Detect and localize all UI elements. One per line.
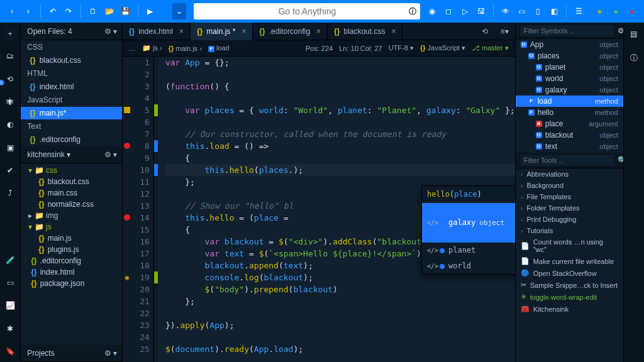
symbol-item[interactable]: Otextobject	[516, 141, 623, 152]
tree-file[interactable]: {} package.json	[21, 278, 122, 289]
nav-back-button[interactable]: ‹	[5, 3, 19, 19]
tree-file[interactable]: {} normalize.css	[21, 199, 122, 210]
open-files-gear-icon[interactable]: ⚙ ▾	[104, 27, 117, 36]
save-macro-button[interactable]: 🖫	[474, 3, 488, 19]
tree-file[interactable]: {} .editorconfig	[21, 255, 122, 266]
breadcrumb-up[interactable]: …	[129, 45, 136, 52]
symbols-filter-input[interactable]	[519, 25, 615, 37]
goto-anything-field[interactable]	[194, 6, 420, 16]
share-panel-icon[interactable]: ⤴	[3, 186, 18, 200]
chart-icon[interactable]: 📈	[3, 299, 18, 312]
tool-item[interactable]: 🧰Kitchensink	[516, 303, 623, 315]
terminal-icon[interactable]: ▭	[3, 276, 18, 290]
editor-tab[interactable]: {}.editorconfig×	[253, 23, 328, 40]
tree-folder[interactable]: ▾ 📁 js	[21, 221, 122, 233]
breadcrumb-symbol[interactable]: F load	[208, 44, 230, 52]
autocomplete-item[interactable]: </> worldobject	[422, 258, 515, 274]
editor-tab[interactable]: {}main.js *×	[191, 23, 253, 40]
autocomplete-item[interactable]: </> planetobject	[422, 243, 515, 258]
project-gear-icon[interactable]: ⚙ ▾	[104, 150, 117, 159]
symbol-item[interactable]: Oplacesobject	[516, 50, 623, 62]
symbol-item[interactable]: OAppobject	[516, 39, 623, 50]
tool-category[interactable]: ›Print Debugging	[516, 214, 623, 225]
symbol-item[interactable]: Oplanetobject	[516, 62, 623, 73]
notification-panel-icon[interactable]: ◐	[3, 118, 18, 131]
info-icon[interactable]: ⓘ	[409, 6, 416, 17]
places-panel-icon[interactable]: 🗂	[3, 49, 18, 63]
breadcrumb-file[interactable]: {} main.js ›	[169, 45, 202, 52]
close-icon[interactable]: ×	[242, 27, 246, 36]
tree-file[interactable]: {} plugins.js	[21, 244, 122, 255]
tool-item[interactable]: ✂Sample Snippe…ck to Insert	[516, 279, 623, 291]
tool-category[interactable]: ›File Templates	[516, 191, 623, 202]
autocomplete-item[interactable]: </> galaxyobjectsource: buffer, line: 5p…	[422, 203, 515, 243]
outline-panel-icon[interactable]: ▣	[3, 141, 18, 155]
show-right-pane-button[interactable]: ▯	[531, 3, 545, 19]
branch-selector[interactable]: ⎇ master ▾	[472, 44, 509, 52]
tree-file[interactable]: {} index.html	[21, 266, 122, 278]
minimap-toggle-icon[interactable]: ▤	[626, 26, 641, 41]
editor-tab[interactable]: {}blackout.css×	[328, 23, 402, 40]
symbol-item[interactable]: Aplaceargument	[516, 118, 623, 129]
debug-panel-icon[interactable]: 🕷	[3, 95, 18, 109]
tab-history-button[interactable]: ⟲	[475, 23, 494, 40]
tool-item[interactable]: 📄Make current file writeable	[516, 255, 623, 267]
symbol-item[interactable]: Floadmethod	[516, 96, 623, 107]
goto-anything-input[interactable]: ⓘ	[194, 3, 420, 19]
redo-button[interactable]: ↷	[62, 3, 76, 19]
marker-gutter[interactable]: ✱	[123, 57, 131, 362]
projects-footer[interactable]: Projects	[27, 349, 54, 358]
stop-macro-button[interactable]: ◻	[441, 3, 455, 19]
record-macro-button[interactable]: ◉	[425, 3, 439, 19]
undo-button[interactable]: ↶	[46, 3, 60, 19]
tree-folder[interactable]: ▾ 📁 css	[21, 165, 122, 176]
language-selector[interactable]: {} JavaScript ▾	[420, 44, 465, 52]
open-file-item[interactable]: {}.editorconfig	[21, 133, 122, 146]
lab-icon[interactable]: 🧪	[3, 253, 18, 266]
open-file-item[interactable]: {}index.html	[21, 80, 122, 93]
tool-category[interactable]: ›Background	[516, 180, 623, 191]
open-file-item[interactable]: {}blackout.css	[21, 54, 122, 67]
focus-mode-button[interactable]: ◧	[547, 3, 561, 19]
symbol-item[interactable]: Oworldobject	[516, 73, 623, 84]
projects-gear-icon[interactable]: ⚙ ▾	[104, 349, 117, 358]
tree-file[interactable]: {} main.js	[21, 233, 122, 244]
tree-folder[interactable]: ▸ 📁 img	[21, 210, 122, 221]
tools-filter-input[interactable]	[519, 154, 615, 167]
new-file-button[interactable]: 🗋	[86, 3, 100, 19]
window-minimize-button[interactable]: ●	[592, 3, 606, 19]
tool-category[interactable]: ›Tutorials	[516, 225, 623, 236]
tree-file[interactable]: {} main.css	[21, 187, 122, 199]
bookmark-rail-icon[interactable]: 🔖	[3, 344, 18, 358]
play-macro-button[interactable]: ▷	[458, 3, 472, 19]
close-icon[interactable]: ×	[179, 27, 184, 36]
symbol-item[interactable]: Ogalaxyobject	[516, 84, 623, 96]
tool-category[interactable]: ›Folder Templates	[516, 202, 623, 214]
line-number-gutter[interactable]: 1234567891011121314151617181920212223242…	[131, 57, 154, 362]
save-button[interactable]: 💾	[119, 3, 133, 19]
test-panel-icon[interactable]: ✔	[3, 163, 18, 177]
encoding-selector[interactable]: UTF-8 ▾	[389, 44, 414, 52]
breadcrumb-folder[interactable]: 📁 js ›	[142, 44, 162, 52]
close-icon[interactable]: ×	[391, 27, 396, 36]
symbol-item[interactable]: Fhellomethod	[516, 107, 623, 118]
settings-rail-icon[interactable]: ✱	[3, 321, 18, 335]
open-files-header[interactable]: Open Files: 4	[27, 27, 72, 36]
open-file-item[interactable]: {}main.js*	[21, 107, 122, 119]
vcs-panel-icon[interactable]: ⟲3	[3, 72, 18, 86]
editor-tab[interactable]: {}index.html×	[123, 23, 191, 40]
tool-item[interactable]: ✳toggle-word-wrap-edit	[516, 291, 623, 303]
close-icon[interactable]: ×	[316, 27, 321, 36]
show-bottom-pane-button[interactable]: ▭	[515, 3, 529, 19]
window-close-button[interactable]: ●	[625, 3, 639, 19]
tool-item[interactable]: 🔵Open StackOverflow	[516, 267, 623, 279]
window-maximize-button[interactable]: ●	[609, 3, 623, 19]
info-rail-icon[interactable]: ⓘ	[626, 50, 641, 65]
tool-item[interactable]: 📄Count words …n using "wc"	[516, 236, 623, 255]
run-button[interactable]: ▶	[143, 3, 157, 19]
nav-forward-button[interactable]: ›	[21, 3, 35, 19]
open-file-button[interactable]: 📂	[103, 3, 116, 19]
project-selector[interactable]: kitchensink ▾	[27, 150, 70, 159]
menu-button[interactable]: ☰	[572, 3, 586, 19]
new-tab-button[interactable]: ＋	[3, 26, 18, 40]
